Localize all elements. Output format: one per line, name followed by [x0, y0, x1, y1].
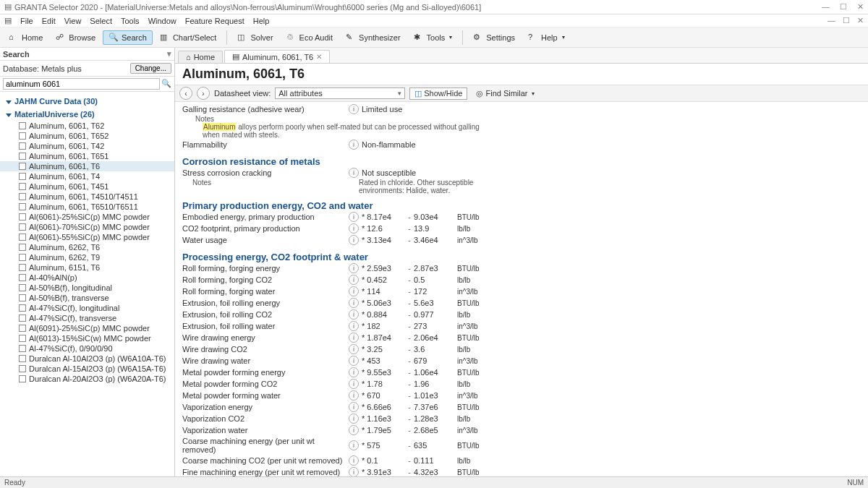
- info-icon[interactable]: i: [349, 286, 359, 296]
- info-icon[interactable]: i: [349, 168, 359, 178]
- info-icon[interactable]: i: [349, 379, 359, 389]
- show-hide-button[interactable]: ◫Show/Hide: [409, 87, 467, 100]
- tree-item[interactable]: Aluminum, 6061, T651: [0, 151, 174, 161]
- info-icon[interactable]: i: [349, 223, 359, 234]
- datasheet-body[interactable]: Galling resistance (adhesive wear)iLimit…: [175, 102, 868, 476]
- info-icon[interactable]: i: [349, 140, 359, 150]
- back-button[interactable]: ‹: [179, 87, 192, 100]
- info-icon[interactable]: i: [349, 235, 359, 245]
- minimize-icon[interactable]: —: [822, 2, 830, 12]
- info-icon[interactable]: i: [349, 212, 359, 222]
- tree-item[interactable]: Al-47%SiC(f), 0/90/0/90: [0, 343, 174, 354]
- eco-audit-button[interactable]: ♲Eco Audit: [281, 30, 339, 45]
- info-icon[interactable]: i: [349, 440, 359, 450]
- info-icon[interactable]: i: [349, 390, 359, 401]
- attr-row: Vaporization wateri* 1.79e5-2.68e5in^3/l…: [182, 424, 861, 436]
- app-menu-icon[interactable]: ▤: [4, 16, 12, 25]
- wand-icon: ✎: [346, 33, 356, 43]
- panel-options-icon[interactable]: ▾: [167, 49, 171, 59]
- find-similar-button[interactable]: ◎Find Similar▾: [472, 88, 538, 99]
- tree-item[interactable]: Aluminum, 6061, T451: [0, 181, 174, 192]
- info-icon[interactable]: i: [349, 275, 359, 285]
- info-icon[interactable]: i: [349, 263, 359, 273]
- menu-help[interactable]: Help: [253, 17, 270, 25]
- maximize-icon[interactable]: ☐: [840, 2, 847, 12]
- home-button[interactable]: ⌂Home: [3, 30, 48, 45]
- forward-button[interactable]: ›: [197, 87, 210, 100]
- info-icon[interactable]: i: [349, 402, 359, 412]
- info-icon[interactable]: i: [349, 455, 359, 466]
- tree-item[interactable]: Al-50%B(f), longitudinal: [0, 283, 174, 293]
- tree-item[interactable]: Duralcan Al-10Al2O3 (p) (W6A10A-T6): [0, 354, 174, 364]
- datasheet-view-select[interactable]: All attributes▾: [275, 87, 405, 99]
- synthesizer-button[interactable]: ✎Synthesizer: [340, 30, 406, 45]
- tree-item[interactable]: Duralcan Al-20Al2O3 (p) (W6A20A-T6): [0, 374, 174, 384]
- search-input[interactable]: [3, 78, 160, 90]
- material-icon: [19, 234, 26, 241]
- tree-item[interactable]: Al(6061)-25%SiC(p) MMC powder: [0, 212, 174, 222]
- search-go-icon[interactable]: 🔍: [161, 79, 171, 89]
- tree-root-jahm[interactable]: JAHM Curve Data (30): [0, 95, 174, 108]
- tree-root-materialuniverse[interactable]: MaterialUniverse (26): [0, 108, 174, 121]
- tree-item[interactable]: Aluminum, 6061, T4: [0, 171, 174, 181]
- tree-item[interactable]: Aluminum, 6061, T6: [0, 161, 174, 171]
- tab-active-material[interactable]: ▤Aluminum, 6061, T6✕: [224, 50, 330, 63]
- tree-item[interactable]: Aluminum, 6061, T6510/T6511: [0, 202, 174, 212]
- browse-button[interactable]: ☍Browse: [50, 30, 101, 45]
- menu-tools[interactable]: Tools: [121, 17, 140, 25]
- attr-row: Coarse machining CO2 (per unit wt remove…: [182, 455, 861, 466]
- info-icon[interactable]: i: [349, 425, 359, 435]
- tree-item[interactable]: Aluminum, 6151, T6: [0, 262, 174, 273]
- info-icon[interactable]: i: [349, 333, 359, 343]
- solver-button[interactable]: ◫Solver: [231, 30, 278, 45]
- close-tab-icon[interactable]: ✕: [316, 53, 322, 61]
- menu-edit[interactable]: Edit: [42, 17, 56, 25]
- material-icon: [19, 314, 26, 322]
- material-icon: [19, 122, 26, 129]
- tree-item[interactable]: Aluminum, 6061, T62: [0, 121, 174, 131]
- search-button[interactable]: 🔍Search: [103, 30, 153, 45]
- tree-item[interactable]: Aluminum, 6061, T42: [0, 141, 174, 151]
- info-icon[interactable]: i: [349, 467, 359, 476]
- info-icon[interactable]: i: [349, 414, 359, 424]
- help-button[interactable]: ?Help▾: [522, 30, 571, 45]
- tree-item[interactable]: Aluminum, 6061, T652: [0, 131, 174, 141]
- tools-button[interactable]: ✱Tools▾: [408, 30, 459, 45]
- tree-item[interactable]: Al-50%B(f), transverse: [0, 293, 174, 303]
- menu-window[interactable]: Window: [148, 17, 176, 25]
- attr-note: Aluminum alloys perform poorly when self…: [182, 123, 486, 139]
- tree-item[interactable]: Al(6061)-55%SiC(p) MMC powder: [0, 232, 174, 242]
- attr-row: Metal powder forming CO2i* 1.78-1.96lb/l…: [182, 378, 861, 390]
- menu-view[interactable]: View: [64, 17, 82, 25]
- info-icon[interactable]: i: [349, 367, 359, 377]
- info-icon[interactable]: i: [349, 344, 359, 354]
- material-icon: [19, 163, 26, 170]
- close-icon[interactable]: ✕: [857, 2, 864, 12]
- tree-item[interactable]: Al-47%SiC(f), transverse: [0, 313, 174, 323]
- tree-item[interactable]: Al-47%SiC(f), longitudinal: [0, 303, 174, 313]
- tree-item[interactable]: Aluminum, 6262, T9: [0, 252, 174, 262]
- tab-home[interactable]: ⌂Home: [178, 51, 223, 63]
- menu-feature-request[interactable]: Feature Request: [185, 17, 244, 25]
- mini-min-icon[interactable]: —: [827, 16, 835, 25]
- info-icon[interactable]: i: [349, 309, 359, 320]
- chart-select-button[interactable]: ▥Chart/Select: [154, 30, 223, 45]
- tree-item[interactable]: Duralcan Al-15Al2O3 (p) (W6A15A-T6): [0, 364, 174, 374]
- menu-select[interactable]: Select: [90, 17, 112, 25]
- tree-item[interactable]: Al-40%AlN(p): [0, 273, 174, 283]
- tree-item[interactable]: Aluminum, 6262, T6: [0, 242, 174, 252]
- info-icon[interactable]: i: [349, 298, 359, 308]
- mini-close-icon[interactable]: ✕: [857, 16, 864, 25]
- gear-icon: ⚙: [473, 33, 483, 43]
- menu-file[interactable]: File: [20, 17, 33, 25]
- mini-max-icon[interactable]: ☐: [843, 16, 850, 25]
- change-db-button[interactable]: Change...: [130, 63, 171, 74]
- tree-item[interactable]: Al(6013)-15%SiC(w) MMC powder: [0, 333, 174, 343]
- settings-button[interactable]: ⚙Settings: [467, 30, 521, 45]
- info-icon[interactable]: i: [349, 321, 359, 331]
- info-icon[interactable]: i: [349, 104, 359, 114]
- tree-item[interactable]: Al(6061)-70%SiC(p) MMC powder: [0, 222, 174, 232]
- tree-item[interactable]: Aluminum, 6061, T4510/T4511: [0, 192, 174, 202]
- info-icon[interactable]: i: [349, 356, 359, 366]
- tree-item[interactable]: Al(6091)-25%SiC(p) MMC powder: [0, 323, 174, 333]
